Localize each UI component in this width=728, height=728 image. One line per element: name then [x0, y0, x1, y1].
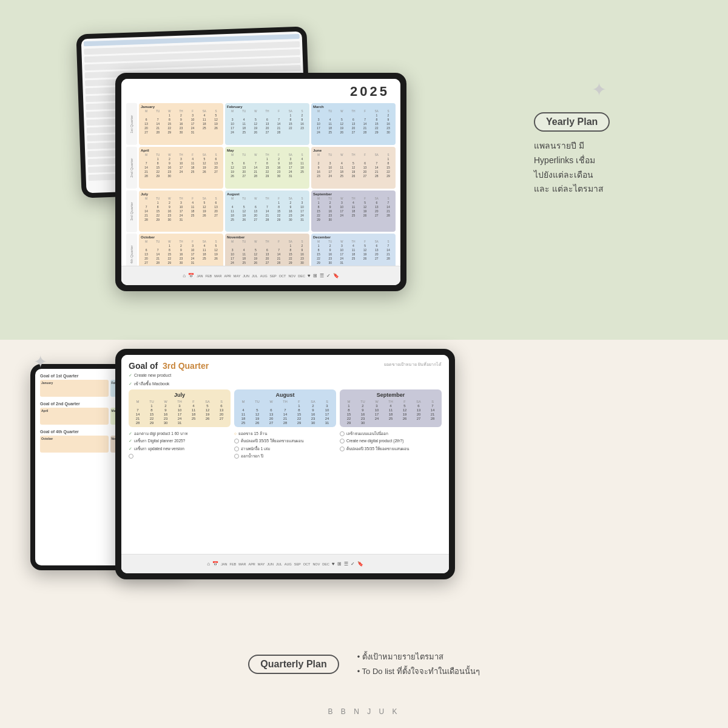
yearly-desc-line1: แพลนรายปี มี [534, 141, 584, 150]
july-task-1: ออกตาม digi product 1 60 บาท [134, 431, 187, 437]
q1-jan: January [40, 380, 109, 397]
home-icon: ⌂ [183, 273, 186, 278]
april-cal: April MTUWTHFSAS 123456 78910111213 1415… [139, 147, 223, 189]
july-cal: July MTUWTHFSAS 123456 78910111213 14151… [139, 190, 223, 232]
q1-label: 1st Quarter [126, 103, 137, 145]
nav-nov: NOV [288, 274, 295, 278]
may-cal: May MTUWTHFSAS 1234 567891011 1213141516… [225, 147, 309, 189]
quarterly-plan-content: Goal of 3rd Quarter ยอดขายเป้าหมาย ฝันที… [121, 355, 449, 573]
sparkle-icon-2: ✦ [33, 352, 47, 372]
quarterly-plan-badge: Quarterly Plan [248, 655, 339, 674]
goal-2: ✓เข้าถือซื้อ Macbook [129, 380, 169, 387]
q4-oct: October [40, 436, 109, 453]
brand-footer: B B N J U K [0, 707, 728, 716]
copy-icon: ⊞ [313, 273, 317, 278]
year-label: 2025 [350, 84, 389, 99]
january-cal: January MTUWTHFSAS 12345 6789101112 1314… [139, 103, 223, 145]
tablet-yearly-plan: 2025 1st Quarter January MTUWTHFSAS 1234… [115, 73, 406, 291]
nav-feb: FEB [206, 274, 212, 278]
july-tasks: ✓ออกตาม digi product 1 60 บาท ✓เลขิ้นรา … [129, 431, 231, 461]
sep-task-1: เลข้าธนแบบแอนโปนี่ออก [346, 431, 388, 437]
bookmark-icon: 🔖 [333, 273, 339, 278]
q3-label: 3rd Quarter [126, 190, 137, 232]
quarter-number-label: 3rd Quarter [163, 361, 209, 371]
sep-task-3: ต้นปลอดปี 35/35 ให้ยอดขายแสนผอน [346, 446, 409, 452]
q2-label: 2nd Quarter [126, 147, 137, 189]
list-icon: ☰ [320, 273, 324, 278]
aug-task-1: ยอดขาย 15 ล้าน [238, 431, 267, 437]
q2-apr: April [40, 408, 109, 425]
q-july-grid: MTUWTHFSAS 123456 78910111213 1415161718… [131, 400, 228, 425]
yearly-header: 2025 [126, 84, 396, 99]
goal-1: ✓Create new product [129, 373, 171, 378]
calendar-icon-q: 📅 [212, 561, 218, 567]
q-july-header: July [131, 392, 228, 398]
june-cal: June MTUWTHFSAS 1 2345678 9101112131415 … [311, 147, 396, 189]
yearly-plan-description: แพลนรายปี มี Hyperlinks เชื่อม ไปยังแต่ล… [534, 139, 692, 197]
yearly-plan-badge: Yearly Plan [534, 112, 610, 132]
quarterly-tasks-grid: ✓ออกตาม digi product 1 60 บาท ✓เลขิ้นรา … [129, 431, 442, 461]
aug-task-4: ออกน้ำรอก ปี [241, 453, 263, 459]
q-september-grid: MTUWTHFSAS 1234567 891011121314 15161718… [342, 400, 439, 425]
nav-oct: OCT [279, 274, 286, 278]
nav-jun: JUN [243, 274, 249, 278]
yearly-calendar-grid: 1st Quarter January MTUWTHFSAS 12345 678… [126, 103, 396, 275]
q-august-grid: MTUWTHFSAS 123 45678910 11121314151617 1… [237, 400, 334, 425]
quarterly-desc-1: ตั้งเป้าหมายรายไตรมาส [357, 650, 480, 665]
july-task-3: เลขิ้นรา updated new version [134, 446, 184, 452]
tablet-quarterly-plan: Goal of 3rd Quarter ยอดขายเป้าหมาย ฝันที… [115, 349, 455, 579]
check-icon: ✓ [326, 273, 331, 278]
august-cal: August MTUWTHFSAS 123 45678910 111213141… [225, 190, 309, 232]
quarterly-desc-2: To Do list ที่ตั้งใจจะทำในเดือนนั้นๆ [357, 664, 480, 679]
q-september-header: September [342, 392, 439, 398]
sep-task-2: Create new digital product (2th?) [346, 438, 403, 444]
yearly-tablet-navbar: ⌂ 📅 JAN FEB MAR APR MAY JUN JUL AUG SEP … [121, 266, 400, 285]
yearly-desc-line3: ไปยังแต่ละเดือน [534, 170, 593, 180]
q-august-calendar: August MTUWTHFSAS 123 45678910 111213141… [234, 389, 336, 427]
quarterly-plan-description-area: Quarterly Plan ตั้งเป้าหมายรายไตรมาส To … [0, 650, 728, 679]
september-cal: September MTUWTHFSAS 1234567 89101112131… [311, 190, 396, 232]
yearly-plan-description-area: Yearly Plan แพลนรายปี มี Hyperlinks เชื่… [534, 112, 692, 197]
nav-mar: MAR [214, 274, 221, 278]
sparkle-icon-1: ✦ [592, 79, 607, 100]
calendar-icon: 📅 [188, 273, 194, 278]
heart-icon: ♥ [308, 273, 311, 278]
nav-jul: JUL [252, 274, 258, 278]
quarterly-subtitle: ยอดขายเป้าหมาย ฝันที่อยากได้ [384, 361, 442, 368]
aug-task-2: ต้นปลอดปี 35/35 ให้ยอดขายแสนผอน [241, 438, 303, 444]
february-cal: February MTUWTHFSAS 12 3456789 101112131… [225, 103, 309, 145]
aug-task-3: อ่านพนักงื้อ 1 เล่ม [241, 446, 270, 452]
nav-jan: JAN [197, 274, 203, 278]
july-task-2: เลขิ้นรา Digital planner 2025? [134, 438, 185, 444]
nav-dec: DEC [298, 274, 305, 278]
nav-apr: APR [224, 274, 231, 278]
q-july-calendar: July MTUWTHFSAS 123456 78910111213 14151… [129, 389, 231, 427]
march-cal: March MTUWTHFSAS 12 3456789 101112131415… [311, 103, 396, 145]
quarterly-plan-description: ตั้งเป้าหมายรายไตรมาส To Do list ที่ตั้ง… [357, 650, 480, 679]
nav-may: MAY [234, 274, 241, 278]
tablet-screen-quarterly: Goal of 3rd Quarter ยอดขายเป้าหมาย ฝันที… [121, 355, 449, 573]
yearly-desc-line2: Hyperlinks เชื่อม [534, 155, 595, 165]
quarterly-month-calendars: July MTUWTHFSAS 123456 78910111213 14151… [129, 389, 442, 427]
quarterly-goals-2: ✓เข้าถือซื้อ Macbook [129, 380, 442, 387]
nav-aug: AUG [260, 274, 268, 278]
quarterly-plan-title: Goal of 3rd Quarter ยอดขายเป้าหมาย ฝันที… [129, 361, 442, 371]
nav-sep: SEP [270, 274, 277, 278]
q-september-calendar: September MTUWTHFSAS 1234567 89101112131… [340, 389, 442, 427]
august-tasks: ○ยอดขาย 15 ล้าน ต้นปลอดปี 35/35 ให้ยอดขา… [234, 431, 336, 461]
q-august-header: August [237, 392, 334, 398]
tablet-screen-yearly: 2025 1st Quarter January MTUWTHFSAS 1234… [121, 79, 400, 285]
yearly-desc-line4: และ แต่ละไตรมาส [534, 184, 604, 194]
home-icon-q: ⌂ [207, 561, 210, 567]
quarterly-goals: ✓Create new product [129, 373, 442, 378]
september-tasks: เลข้าธนแบบแอนโปนี่ออก Create new digital… [340, 431, 442, 461]
yearly-plan-content: 2025 1st Quarter January MTUWTHFSAS 1234… [121, 79, 400, 285]
quarterly-tablet-navbar: ⌂ 📅 JANFEBMAR APRMAYJUN JULAUGSEP OCTNOV… [121, 554, 449, 573]
